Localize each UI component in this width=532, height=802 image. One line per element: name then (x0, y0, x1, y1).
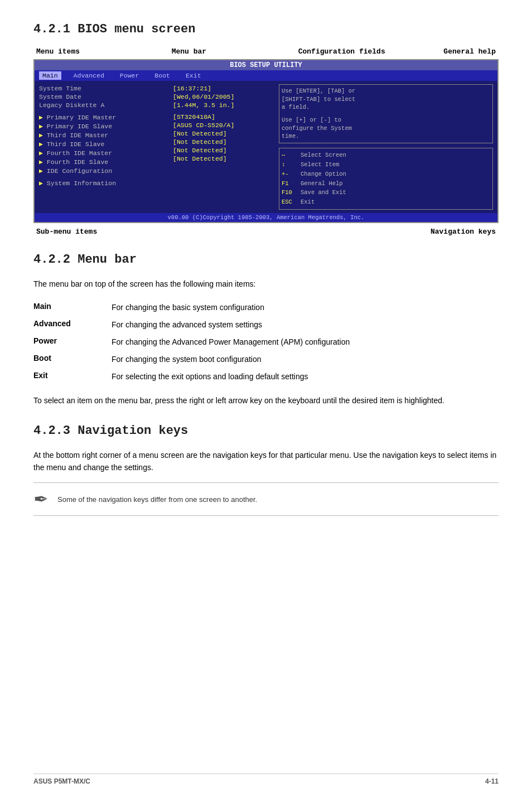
bios-item-primary-master: Primary IDE Master (39, 113, 167, 122)
label-config-fields: Configuration fields (298, 47, 385, 56)
bios-nav-label-save: Save and Exit (301, 188, 346, 197)
bios-menu-power: Power (117, 71, 143, 80)
bios-help-text: Use [ENTER], [TAB] or [SHIFT-TAB] to sel… (279, 84, 493, 143)
bios-nav-key-esc: ESC (282, 197, 297, 207)
bios-nav-row-6: ESC Exit (282, 197, 490, 207)
table-row: Main For changing the basic system confi… (33, 299, 499, 316)
bottom-labels: Sub-menu items Navigation keys (33, 228, 499, 236)
menu-items-table: Main For changing the basic system confi… (33, 299, 499, 385)
bios-screen-simulation: BIOS SETUP UTILITY Main Advanced Power B… (33, 59, 499, 223)
bios-value-fourth-master: [Not Detected] (173, 146, 273, 154)
note-text: Some of the navigation keys differ from … (57, 494, 257, 505)
bios-item-system-date: System Date (39, 93, 167, 101)
bios-item-primary-slave: Primary IDE Slave (39, 122, 167, 131)
bios-nav-label-change: Change Option (301, 170, 346, 179)
bios-nav-key-f1: F1 (282, 179, 297, 189)
bios-value-fourth-slave: [Not Detected] (173, 154, 273, 163)
bios-value-date: [Wed,06/01/2005] (173, 93, 273, 101)
section-423: 4.2.3 Navigation keys At the bottom righ… (33, 424, 499, 516)
label-nav-keys: Navigation keys (431, 228, 496, 236)
table-row: Power For changing the Advanced Power Ma… (33, 334, 499, 351)
bios-nav-label-item: Select Item (301, 160, 339, 170)
bios-item-system-info: System Information (39, 178, 167, 187)
bios-nav-row-3: +- Change Option (282, 170, 490, 179)
label-menu-bar: Menu bar (172, 47, 206, 56)
section-421-heading: 4.2.1 BIOS menu screen (33, 22, 499, 36)
menu-label-advanced: Advanced (33, 316, 112, 334)
bios-menu-exit: Exit (182, 71, 205, 80)
bios-nav-key-plusminus: +- (282, 170, 297, 179)
section-421: 4.2.1 BIOS menu screen Menu items Menu b… (33, 22, 499, 236)
menu-desc-main: For changing the basic system configurat… (112, 299, 499, 316)
bios-item-fourth-master: Fourth IDE Master (39, 148, 167, 157)
bios-item-third-master: Third IDE Master (39, 131, 167, 139)
section-422-intro: The menu bar on top of the screen has th… (33, 278, 499, 290)
bios-help-line4: Use [+] or [-] to (282, 116, 490, 124)
page-footer: ASUS P5MT-MX/C 4-11 (33, 774, 499, 785)
bios-nav-key-updown: ↕ (282, 160, 297, 170)
menu-desc-power: For changing the Advanced Power Manageme… (112, 334, 499, 351)
section-422-footer: To select an item on the menu bar, press… (33, 394, 499, 407)
bios-menu-boot: Boot (151, 71, 173, 80)
label-general-help: General help (443, 47, 496, 56)
bios-nav-key-arrows: ↔ (282, 151, 297, 160)
bios-help-line6: time. (282, 132, 490, 141)
bios-item-third-slave: Third IDE Slave (39, 139, 167, 148)
bios-value-primary-slave: [ASUS CD-S520/A] (173, 121, 273, 129)
bios-menu-main: Main (39, 71, 61, 80)
bios-nav-box: ↔ Select Screen ↕ Select Item +- Change … (279, 148, 493, 210)
bios-title-bar: BIOS SETUP UTILITY (35, 60, 497, 70)
note-box: ✒ Some of the navigation keys differ fro… (33, 482, 499, 516)
bios-nav-row-4: F1 General Help (282, 179, 490, 189)
menu-label-main: Main (33, 299, 112, 316)
menu-desc-boot: For changing the system boot configurati… (112, 351, 499, 368)
bios-nav-key-f10: F10 (282, 188, 297, 197)
bios-value-third-master: [Not Detected] (173, 129, 273, 138)
bios-nav-label-screen: Select Screen (301, 151, 346, 160)
table-row: Exit For selecting the exit options and … (33, 368, 499, 385)
bios-item-diskette: Legacy Diskette A (39, 101, 167, 109)
menu-label-power: Power (33, 334, 112, 351)
section-422-heading: 4.2.2 Menu bar (33, 253, 499, 267)
section-423-heading: 4.2.3 Navigation keys (33, 424, 499, 438)
bios-nav-row-2: ↕ Select Item (282, 160, 490, 170)
bios-left-panel: System Time System Date Legacy Diskette … (39, 84, 167, 210)
footer-product-name: ASUS P5MT-MX/C (33, 777, 90, 785)
bios-value-time: [16:37:21] (173, 84, 273, 93)
label-sub-menu: Sub-menu items (36, 228, 97, 236)
bios-item-fourth-slave: Fourth IDE Slave (39, 157, 167, 166)
bios-item-ide-config: IDE Configuration (39, 166, 167, 175)
menu-label-boot: Boot (33, 351, 112, 368)
bios-help-line2: [SHIFT-TAB] to select (282, 95, 490, 104)
menu-desc-advanced: For changing the advanced system setting… (112, 316, 499, 334)
section-422: 4.2.2 Menu bar The menu bar on top of th… (33, 253, 499, 407)
section-423-text: At the bottom right corner of a menu scr… (33, 449, 499, 474)
bios-right-panel: Use [ENTER], [TAB] or [SHIFT-TAB] to sel… (279, 84, 493, 210)
bios-nav-row-1: ↔ Select Screen (282, 151, 490, 160)
note-icon: ✒ (33, 489, 49, 510)
bios-help-line3: a field. (282, 103, 490, 112)
bios-help-line5: configure the System (282, 124, 490, 133)
bios-middle-panel: [16:37:21] [Wed,06/01/2005] [1.44M, 3.5 … (173, 84, 273, 210)
footer-page-number: 4-11 (485, 777, 499, 785)
label-menu-items: Menu items (36, 47, 80, 56)
table-row: Boot For changing the system boot config… (33, 351, 499, 368)
menu-label-exit: Exit (33, 368, 112, 385)
bios-nav-row-5: F10 Save and Exit (282, 188, 490, 197)
bios-diagram: Menu items Menu bar Configuration fields… (33, 47, 499, 236)
table-row: Advanced For changing the advanced syste… (33, 316, 499, 334)
bios-menu-bar: Main Advanced Power Boot Exit (35, 70, 497, 81)
bios-item-system-time: System Time (39, 84, 167, 93)
bios-bottom-bar: v00.00 (C)Copyright 1985-2003, American … (35, 213, 497, 222)
bios-nav-label-help: General Help (301, 179, 343, 189)
bios-nav-label-exit: Exit (301, 197, 315, 207)
menu-desc-exit: For selecting the exit options and loadi… (112, 368, 499, 385)
bios-menu-advanced: Advanced (70, 71, 108, 80)
bios-content-area: System Time System Date Legacy Diskette … (35, 81, 497, 213)
bios-value-third-slave: [Not Detected] (173, 138, 273, 146)
bios-value-primary-master: [ST320410A] (173, 113, 273, 121)
top-labels: Menu items Menu bar Configuration fields… (33, 47, 499, 56)
bios-help-line1: Use [ENTER], [TAB] or (282, 87, 490, 95)
bios-value-diskette: [1.44M, 3.5 in.] (173, 101, 273, 109)
